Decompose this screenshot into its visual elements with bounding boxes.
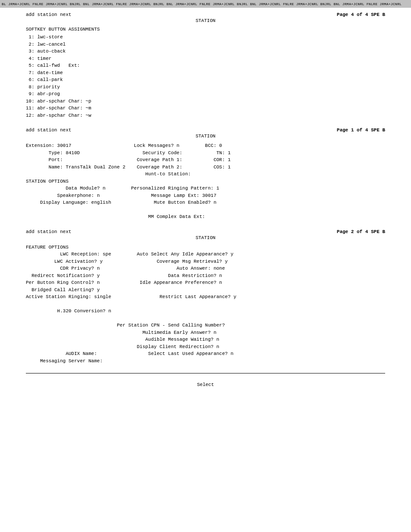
content-area: add station next Page 4 of 4 SPE B STATI…	[0, 8, 411, 396]
section4-cmd: add station next	[26, 12, 72, 17]
section1-header-row: add station next Page 1 of 4 SPE B	[26, 128, 385, 133]
section4-page-info: Page 4 of 4 SPE B	[337, 12, 385, 17]
section2-content: FEATURE OPTIONS LWC Reception: spe Auto …	[26, 244, 385, 365]
select-label[interactable]: Select	[197, 382, 214, 387]
section2-header-row: add station next Page 2 of 4 SPE B	[26, 229, 385, 234]
section-page4: add station next Page 4 of 4 SPE B STATI…	[26, 12, 385, 119]
section2-cmd: add station next	[26, 229, 72, 234]
section1-content: Extension: 30017 Lock Messages? n BCC: 0…	[26, 142, 385, 221]
section1-cmd: add station next	[26, 128, 72, 133]
section4-content: 1: lwc-store 2: lwc-cancel 3: auto-cback…	[26, 34, 385, 119]
section2-page-info: Page 2 of 4 SPE B	[337, 229, 385, 234]
top-bar: BL JRMA+JCNRL FNLRE JRMA+JCNRL BNJRL BNL…	[0, 0, 411, 8]
section4-header-row: add station next Page 4 of 4 SPE B	[26, 12, 385, 17]
page-wrapper: BL JRMA+JCNRL FNLRE JRMA+JCNRL BNJRL BNL…	[0, 0, 411, 532]
select-area: Select	[26, 382, 385, 387]
section4-title: STATION	[26, 18, 385, 23]
section2-title: STATION	[26, 235, 385, 240]
bottom-divider	[26, 373, 385, 373]
section-page1: add station next Page 1 of 4 SPE B STATI…	[26, 128, 385, 221]
section4-subtitle: SOFTKEY BUTTON ASSIGNMENTS	[26, 27, 385, 32]
section-page2: add station next Page 2 of 4 SPE B STATI…	[26, 229, 385, 365]
top-bar-text: BL JRMA+JCNRL FNLRE JRMA+JCNRL BNJRL BNL…	[2, 2, 402, 6]
section1-page-info: Page 1 of 4 SPE B	[337, 128, 385, 133]
section1-title: STATION	[26, 134, 385, 139]
